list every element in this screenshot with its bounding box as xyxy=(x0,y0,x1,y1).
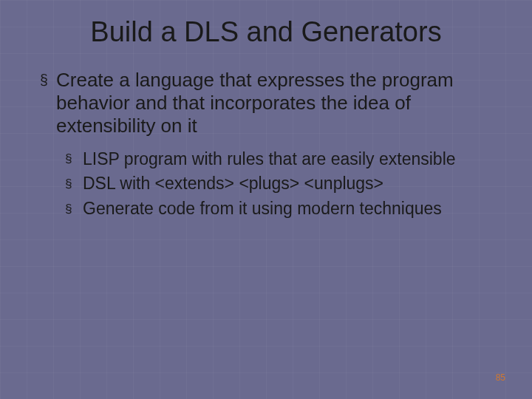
slide-title: Build a DLS and Generators xyxy=(0,0,532,55)
bullet-level2: § LISP program with rules that are easil… xyxy=(65,149,502,170)
slide: Build a DLS and Generators § Create a la… xyxy=(0,0,532,399)
bullet-text: Generate code from it using modern techn… xyxy=(83,198,502,219)
bullet-text: DSL with <extends> <plugs> <unplugs> xyxy=(83,173,502,194)
sub-bullet-group: § LISP program with rules that are easil… xyxy=(40,149,502,219)
bullet-level1: § Create a language that expresses the p… xyxy=(40,69,502,138)
bullet-text: LISP program with rules that are easily … xyxy=(83,149,502,170)
bullet-icon: § xyxy=(65,173,83,194)
bullet-level2: § Generate code from it using modern tec… xyxy=(65,198,502,219)
page-number: 85 xyxy=(496,372,505,383)
bullet-icon: § xyxy=(65,198,83,219)
bullet-level2: § DSL with <extends> <plugs> <unplugs> xyxy=(65,173,502,194)
bullet-text: Create a language that expresses the pro… xyxy=(56,69,502,138)
bullet-icon: § xyxy=(65,149,83,170)
bullet-icon: § xyxy=(40,69,56,138)
slide-content: § Create a language that expresses the p… xyxy=(0,55,532,219)
